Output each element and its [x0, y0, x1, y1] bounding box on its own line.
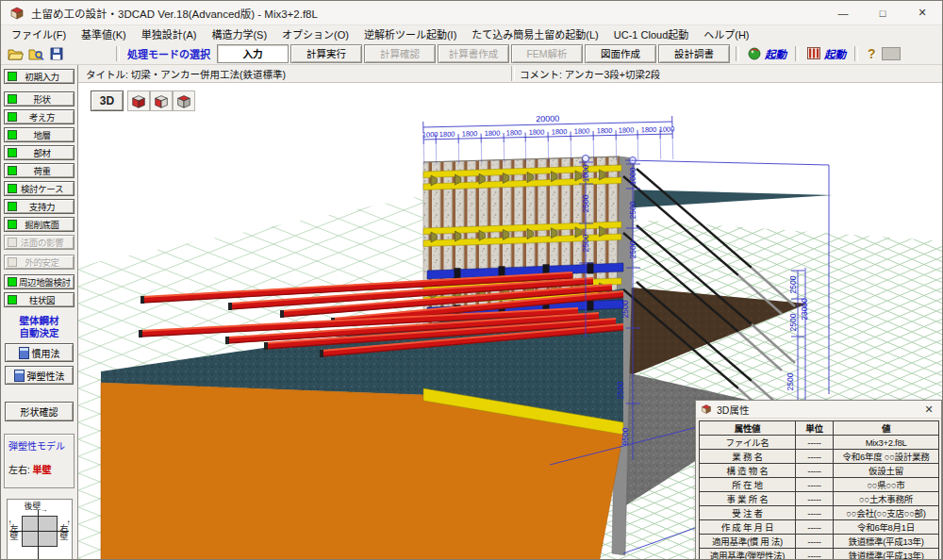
launch-label: 起動: [824, 46, 846, 61]
svg-text:1800: 1800: [506, 128, 522, 137]
maximize-button[interactable]: □: [863, 1, 902, 25]
file-search-button[interactable]: [25, 45, 46, 62]
arrow-right-icon: →: [41, 505, 48, 514]
sidebar-item-surrounding-ground[interactable]: 周辺地盤検討: [4, 274, 74, 289]
sidebar-item-policy[interactable]: 考え方: [4, 109, 74, 124]
calculator-icon: [14, 370, 25, 382]
table-row: 作 成 年 月 日-----令和6年8月1日: [700, 520, 939, 535]
svg-text:2500: 2500: [628, 240, 637, 258]
toolbar-separator: [854, 46, 858, 61]
svg-text:1800: 1800: [439, 130, 455, 139]
sidebar-item-strata[interactable]: 地層: [4, 127, 74, 142]
status-led-icon: [8, 166, 17, 175]
sidebar-item-members[interactable]: 部材: [4, 145, 74, 160]
close-icon[interactable]: ✕: [921, 404, 936, 416]
menu-structural[interactable]: 構造力学(S): [204, 26, 274, 41]
menu-help[interactable]: ヘルプ(H): [696, 26, 756, 41]
shape-check-button[interactable]: 形状確認: [5, 402, 74, 421]
truss-launch-icon: [807, 47, 820, 59]
launch-label: 起動: [765, 46, 786, 61]
svg-text:2500: 2500: [620, 300, 630, 318]
mode-input-button[interactable]: 入力: [217, 44, 289, 63]
conventional-method-button[interactable]: 慣用法: [5, 343, 74, 362]
app-window: 土留め工の設計・3DCAD Ver.18(Advanced版) - Mix3+2…: [0, 0, 943, 560]
sidebar-item-initial-input[interactable]: 初期入力: [4, 69, 74, 84]
toolbar-separator: [795, 46, 799, 61]
sidebar-item-excavation-bottom[interactable]: 掘削底面: [4, 217, 74, 232]
close-button[interactable]: ✕: [902, 1, 942, 25]
status-led-icon: [8, 94, 17, 104]
sidebar-item-shape[interactable]: 形状: [4, 91, 74, 107]
table-row: ファイル名-----Mix3+2.f8L: [700, 436, 939, 450]
mode-drawing-button[interactable]: 図面作成: [585, 44, 656, 63]
view-cube-top-button[interactable]: [173, 91, 195, 111]
sidebar-item-boring-log[interactable]: 柱状図: [4, 292, 74, 307]
svg-text:1800: 1800: [485, 129, 501, 138]
inactive-tool-icon: [882, 47, 901, 60]
cube-front-icon: [130, 92, 147, 109]
model-title-text: タイトル: 切梁・アンカー併用工法(鉄道標準): [78, 67, 286, 81]
menu-single-design[interactable]: 単独設計(A): [134, 26, 205, 41]
mode-design-doc-button[interactable]: 設計調書: [658, 44, 730, 63]
file-search-icon: [28, 47, 44, 60]
svg-text:2500: 2500: [788, 313, 798, 331]
info-row: タイトル: 切梁・アンカー併用工法(鉄道標準) コメント: アンカー3段+切梁2…: [78, 65, 942, 83]
status-led-icon: [8, 112, 17, 122]
sidebar-item-bearing-capacity[interactable]: 支持力: [4, 199, 74, 214]
view-3d-button[interactable]: 3D: [91, 91, 124, 111]
attributes-window: 3D属性 ✕ 属性値 単位 値 ファイル名-----Mix3+2.f8L 業 務…: [695, 400, 942, 560]
diagram-axis-vertical: [38, 510, 39, 560]
sidebar-item-external-stability: 外的安定: [4, 255, 74, 270]
menu-standards[interactable]: 基準値(K): [74, 26, 134, 41]
status-led-icon: [8, 148, 17, 157]
info-separator: [511, 66, 515, 81]
table-row: 所 在 地-----○○県○○市: [700, 478, 939, 492]
svg-text:2500: 2500: [786, 372, 795, 390]
help-icon[interactable]: ?: [862, 46, 882, 61]
status-led-icon: [8, 130, 17, 140]
arrow-up-icon: ↑: [67, 519, 71, 527]
mode-run-button[interactable]: 計算実行: [290, 44, 362, 63]
open-file-button[interactable]: [5, 45, 25, 62]
sidebar-item-slope-effect: 法面の影響: [4, 235, 74, 250]
attributes-window-icon: [701, 404, 712, 415]
folder-open-icon: [8, 47, 24, 60]
svg-text:20000: 20000: [536, 114, 559, 124]
lr-value: 単壁: [33, 465, 52, 475]
table-row: 受 注 者-----○○会社(○○支店○○部): [700, 506, 939, 520]
cube-side-icon: [153, 92, 170, 109]
status-led-icon: [8, 184, 17, 193]
table-header-row: 属性値 単位 値: [700, 421, 939, 436]
sidebar-item-loads[interactable]: 荷重: [4, 163, 74, 178]
mode-fem-button[interactable]: FEM解析: [511, 44, 583, 63]
menu-inverse-analysis[interactable]: 逆解析ツール起動(I): [356, 26, 464, 41]
launch-uc1-button[interactable]: 起動: [743, 45, 791, 62]
menu-simple-shoring[interactable]: たて込み簡易土留め起動(L): [464, 26, 605, 41]
minimize-button[interactable]: —: [823, 1, 863, 25]
attributes-window-titlebar[interactable]: 3D属性 ✕: [696, 401, 941, 419]
svg-text:2500: 2500: [788, 275, 798, 293]
svg-text:2500: 2500: [628, 201, 637, 219]
view-cube-side-button[interactable]: [150, 91, 173, 111]
mode-check-button[interactable]: 計算確認: [364, 44, 436, 63]
svg-text:2500: 2500: [581, 234, 590, 252]
status-led-icon: [8, 295, 17, 305]
launch-shoring-button[interactable]: 起動: [802, 45, 851, 62]
svg-text:1800: 1800: [462, 129, 478, 138]
mode-select-label: 処理モードの選択: [127, 46, 210, 61]
app-icon: [9, 6, 25, 21]
menu-options[interactable]: オプション(O): [274, 26, 356, 41]
table-row: 適用基準(弾塑性法)-----鉄道標準(平成13年): [700, 549, 939, 560]
sidebar-item-study-cases[interactable]: 検討ケース: [4, 181, 74, 196]
status-led-icon: [8, 257, 17, 267]
menu-uc1-cloud[interactable]: UC-1 Cloud起動: [606, 26, 696, 41]
lr-label: 左右:: [8, 465, 30, 475]
view-cube-front-button[interactable]: [127, 91, 150, 111]
save-button[interactable]: [46, 45, 67, 62]
svg-text:1800: 1800: [529, 128, 545, 137]
elastoplastic-method-button[interactable]: 弾塑性法: [5, 366, 74, 385]
mode-report-button[interactable]: 計算書作成: [438, 44, 509, 63]
toolbar: 処理モードの選択 入力 計算実行 計算確認 計算書作成 FEM解析 図面作成 設…: [1, 42, 942, 65]
menu-file[interactable]: ファイル(F): [4, 26, 74, 41]
svg-text:2500: 2500: [616, 381, 625, 399]
